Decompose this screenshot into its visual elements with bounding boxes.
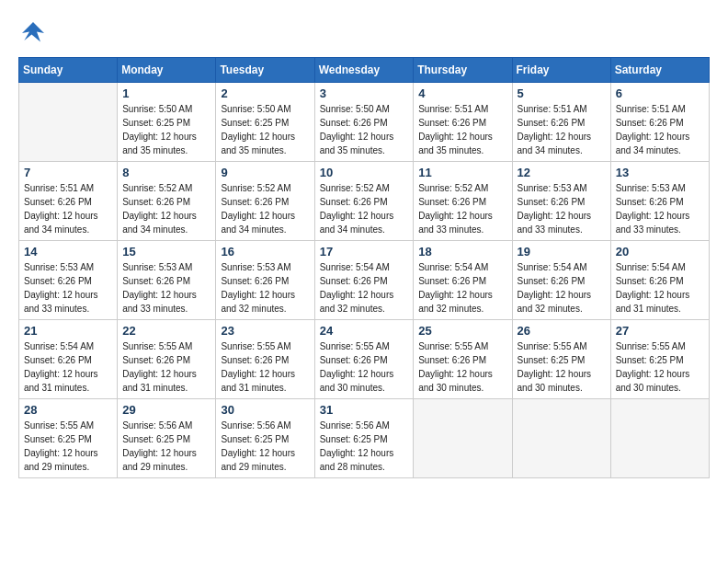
weekday-header-tuesday: Tuesday (216, 58, 314, 83)
day-info: Sunrise: 5:56 AM Sunset: 6:25 PM Dayligh… (320, 419, 409, 474)
day-info: Sunrise: 5:52 AM Sunset: 6:26 PM Dayligh… (320, 181, 409, 236)
svg-marker-0 (22, 22, 44, 42)
calendar-cell: 10Sunrise: 5:52 AM Sunset: 6:26 PM Dayli… (314, 162, 414, 241)
day-number: 4 (418, 86, 506, 100)
calendar-cell: 21Sunrise: 5:54 AM Sunset: 6:26 PM Dayli… (19, 320, 118, 399)
calendar-cell: 24Sunrise: 5:55 AM Sunset: 6:26 PM Dayli… (314, 320, 414, 399)
calendar-cell: 19Sunrise: 5:54 AM Sunset: 6:26 PM Dayli… (512, 241, 610, 320)
day-info: Sunrise: 5:55 AM Sunset: 6:25 PM Dayligh… (24, 419, 112, 474)
calendar-cell: 26Sunrise: 5:55 AM Sunset: 6:25 PM Dayli… (512, 320, 610, 399)
day-number: 22 (122, 324, 210, 338)
day-number: 6 (616, 86, 704, 100)
day-number: 7 (24, 166, 112, 179)
day-number: 18 (418, 245, 506, 259)
day-info: Sunrise: 5:55 AM Sunset: 6:25 PM Dayligh… (518, 339, 606, 395)
logo-icon (18, 18, 48, 48)
day-info: Sunrise: 5:55 AM Sunset: 6:26 PM Dayligh… (320, 339, 409, 395)
day-info: Sunrise: 5:55 AM Sunset: 6:25 PM Dayligh… (616, 339, 704, 395)
day-info: Sunrise: 5:56 AM Sunset: 6:25 PM Dayligh… (122, 419, 210, 474)
calendar-cell: 5Sunrise: 5:51 AM Sunset: 6:26 PM Daylig… (512, 83, 610, 162)
calendar-cell: 20Sunrise: 5:54 AM Sunset: 6:26 PM Dayli… (610, 241, 709, 320)
day-number: 12 (518, 166, 606, 179)
calendar-cell (19, 83, 118, 162)
calendar-cell: 1Sunrise: 5:50 AM Sunset: 6:25 PM Daylig… (118, 83, 216, 162)
day-info: Sunrise: 5:52 AM Sunset: 6:26 PM Dayligh… (418, 181, 506, 236)
day-number: 5 (518, 86, 606, 100)
weekday-header-sunday: Sunday (19, 58, 118, 83)
calendar-cell: 11Sunrise: 5:52 AM Sunset: 6:26 PM Dayli… (414, 162, 512, 241)
day-number: 23 (221, 324, 309, 338)
day-number: 10 (320, 166, 409, 179)
day-number: 16 (221, 245, 309, 259)
day-info: Sunrise: 5:53 AM Sunset: 6:26 PM Dayligh… (518, 181, 606, 236)
calendar-week-2: 7Sunrise: 5:51 AM Sunset: 6:26 PM Daylig… (19, 162, 710, 241)
day-number: 1 (122, 86, 210, 100)
day-number: 29 (122, 403, 210, 417)
calendar-cell: 31Sunrise: 5:56 AM Sunset: 6:25 PM Dayli… (314, 399, 414, 478)
calendar-week-5: 28Sunrise: 5:55 AM Sunset: 6:25 PM Dayli… (19, 399, 710, 478)
calendar-cell: 6Sunrise: 5:51 AM Sunset: 6:26 PM Daylig… (610, 83, 709, 162)
day-info: Sunrise: 5:51 AM Sunset: 6:26 PM Dayligh… (24, 181, 112, 236)
day-info: Sunrise: 5:53 AM Sunset: 6:26 PM Dayligh… (616, 181, 704, 236)
day-number: 25 (418, 324, 506, 338)
calendar-cell: 28Sunrise: 5:55 AM Sunset: 6:25 PM Dayli… (19, 399, 118, 478)
day-info: Sunrise: 5:54 AM Sunset: 6:26 PM Dayligh… (418, 260, 506, 316)
calendar-cell: 22Sunrise: 5:55 AM Sunset: 6:26 PM Dayli… (118, 320, 216, 399)
day-number: 13 (616, 166, 704, 179)
calendar-cell: 14Sunrise: 5:53 AM Sunset: 6:26 PM Dayli… (19, 241, 118, 320)
calendar-cell (610, 399, 709, 478)
calendar-cell: 23Sunrise: 5:55 AM Sunset: 6:26 PM Dayli… (216, 320, 314, 399)
day-info: Sunrise: 5:52 AM Sunset: 6:26 PM Dayligh… (221, 181, 309, 236)
weekday-header-monday: Monday (118, 58, 216, 83)
calendar-table: SundayMondayTuesdayWednesdayThursdayFrid… (18, 57, 710, 478)
day-info: Sunrise: 5:55 AM Sunset: 6:26 PM Dayligh… (221, 339, 309, 395)
calendar-cell: 18Sunrise: 5:54 AM Sunset: 6:26 PM Dayli… (414, 241, 512, 320)
calendar-week-3: 14Sunrise: 5:53 AM Sunset: 6:26 PM Dayli… (19, 241, 710, 320)
day-number: 30 (221, 403, 309, 417)
logo (18, 18, 51, 48)
day-info: Sunrise: 5:54 AM Sunset: 6:26 PM Dayligh… (616, 260, 704, 316)
day-number: 14 (24, 245, 112, 259)
day-number: 28 (24, 403, 112, 417)
day-number: 21 (24, 324, 112, 338)
calendar-cell: 27Sunrise: 5:55 AM Sunset: 6:25 PM Dayli… (610, 320, 709, 399)
day-number: 2 (221, 86, 309, 100)
day-number: 9 (221, 166, 309, 179)
day-number: 31 (320, 403, 409, 417)
day-info: Sunrise: 5:51 AM Sunset: 6:26 PM Dayligh… (616, 102, 704, 157)
calendar-cell: 29Sunrise: 5:56 AM Sunset: 6:25 PM Dayli… (118, 399, 216, 478)
calendar-cell: 7Sunrise: 5:51 AM Sunset: 6:26 PM Daylig… (19, 162, 118, 241)
calendar-cell: 4Sunrise: 5:51 AM Sunset: 6:26 PM Daylig… (414, 83, 512, 162)
day-info: Sunrise: 5:53 AM Sunset: 6:26 PM Dayligh… (24, 260, 112, 316)
day-number: 8 (122, 166, 210, 179)
day-number: 11 (418, 166, 506, 179)
day-number: 19 (518, 245, 606, 259)
day-info: Sunrise: 5:53 AM Sunset: 6:26 PM Dayligh… (221, 260, 309, 316)
day-info: Sunrise: 5:51 AM Sunset: 6:26 PM Dayligh… (418, 102, 506, 157)
day-info: Sunrise: 5:54 AM Sunset: 6:26 PM Dayligh… (518, 260, 606, 316)
calendar-cell (512, 399, 610, 478)
page-header (18, 18, 710, 48)
day-info: Sunrise: 5:55 AM Sunset: 6:26 PM Dayligh… (122, 339, 210, 395)
calendar-week-4: 21Sunrise: 5:54 AM Sunset: 6:26 PM Dayli… (19, 320, 710, 399)
day-info: Sunrise: 5:54 AM Sunset: 6:26 PM Dayligh… (320, 260, 409, 316)
day-info: Sunrise: 5:50 AM Sunset: 6:26 PM Dayligh… (320, 102, 409, 157)
day-number: 24 (320, 324, 409, 338)
day-info: Sunrise: 5:53 AM Sunset: 6:26 PM Dayligh… (122, 260, 210, 316)
weekday-header-wednesday: Wednesday (314, 58, 414, 83)
day-info: Sunrise: 5:56 AM Sunset: 6:25 PM Dayligh… (221, 419, 309, 474)
weekday-header-saturday: Saturday (610, 58, 709, 83)
day-info: Sunrise: 5:50 AM Sunset: 6:25 PM Dayligh… (122, 102, 210, 157)
calendar-cell: 8Sunrise: 5:52 AM Sunset: 6:26 PM Daylig… (118, 162, 216, 241)
calendar-cell: 13Sunrise: 5:53 AM Sunset: 6:26 PM Dayli… (610, 162, 709, 241)
day-number: 26 (518, 324, 606, 338)
day-info: Sunrise: 5:50 AM Sunset: 6:25 PM Dayligh… (221, 102, 309, 157)
calendar-cell: 15Sunrise: 5:53 AM Sunset: 6:26 PM Dayli… (118, 241, 216, 320)
calendar-cell: 9Sunrise: 5:52 AM Sunset: 6:26 PM Daylig… (216, 162, 314, 241)
calendar-cell: 12Sunrise: 5:53 AM Sunset: 6:26 PM Dayli… (512, 162, 610, 241)
calendar-cell: 16Sunrise: 5:53 AM Sunset: 6:26 PM Dayli… (216, 241, 314, 320)
calendar-cell: 25Sunrise: 5:55 AM Sunset: 6:26 PM Dayli… (414, 320, 512, 399)
calendar-cell: 3Sunrise: 5:50 AM Sunset: 6:26 PM Daylig… (314, 83, 414, 162)
day-number: 3 (320, 86, 409, 100)
calendar-cell: 17Sunrise: 5:54 AM Sunset: 6:26 PM Dayli… (314, 241, 414, 320)
